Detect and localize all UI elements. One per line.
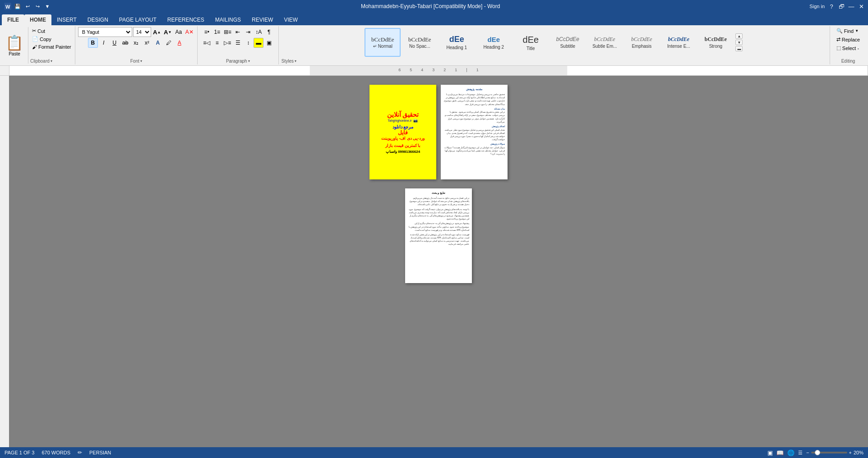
zoom-slider[interactable] [811, 452, 847, 453]
ad-price: با کمترین قیمت بازار [385, 143, 421, 148]
strikethrough-button[interactable]: ab [120, 38, 130, 48]
language[interactable]: PERSIAN [89, 450, 111, 455]
font-color-button[interactable]: A [175, 38, 185, 48]
view-outline[interactable]: ☰ [798, 450, 803, 456]
align-center-button[interactable]: ≡ [212, 38, 222, 48]
restore-button[interactable]: 🗗 [838, 3, 845, 9]
style-no-spacing-label: No Spac... [409, 44, 430, 49]
style-intense-em-preview: bCcDdEe [668, 36, 689, 42]
styles-scroll-up[interactable]: ▲ [735, 33, 743, 39]
text-effects-button[interactable]: A [153, 38, 163, 48]
paste-label: Paste [9, 51, 20, 56]
close-button[interactable]: ✕ [858, 3, 864, 9]
view-full-reading[interactable]: 📖 [776, 449, 784, 456]
zoom-level[interactable]: 20% [854, 450, 863, 455]
decrease-indent-button[interactable]: ⇤ [233, 27, 243, 37]
styles-expand-icon[interactable]: ▾ [295, 59, 296, 63]
increase-indent-button[interactable]: ⇥ [243, 27, 253, 37]
copy-button[interactable]: 📄 Copy [30, 35, 73, 43]
zoom-out-button[interactable]: − [806, 450, 809, 455]
superscript-button[interactable]: x² [142, 38, 152, 48]
border-button[interactable]: ▣ [264, 38, 274, 48]
tab-mailings[interactable]: MAILINGS [210, 14, 246, 25]
style-emphasis[interactable]: bCcDdEe Emphasis [623, 28, 660, 57]
clipboard-group-label: Clipboard [30, 59, 50, 64]
styles-more[interactable]: ▬ [735, 46, 743, 51]
tab-review[interactable]: REVIEW [246, 14, 278, 25]
tab-page-layout[interactable]: PAGE LAYOUT [114, 14, 162, 25]
line-spacing-button[interactable]: ↕ [243, 38, 253, 48]
font-name-select[interactable]: B Yagut [78, 27, 132, 37]
multilevel-button[interactable]: ⊞≡ [222, 27, 232, 37]
tab-references[interactable]: REFERENCES [162, 14, 210, 25]
cut-button[interactable]: ✂ Cut [30, 27, 73, 35]
clear-format-button[interactable]: A✕ [185, 27, 194, 37]
format-painter-icon: 🖌 [32, 44, 37, 50]
minimize-button[interactable]: — [848, 3, 854, 9]
numbering-button[interactable]: 1≡ [212, 27, 222, 37]
style-subtle-em[interactable]: bCcDdEe Subtle Em... [586, 28, 623, 57]
align-left-button[interactable]: ≡◁ [202, 38, 212, 48]
style-strong[interactable]: bCcDdEe Strong [697, 28, 734, 57]
view-web-layout[interactable]: 🌐 [787, 449, 794, 456]
tab-insert[interactable]: INSERT [51, 14, 82, 25]
styles-scroll-down[interactable]: ▼ [735, 40, 743, 45]
word-count[interactable]: 670 WORDS [42, 450, 70, 455]
replace-button[interactable]: ⇄ Replace [835, 36, 862, 43]
shrink-font-button[interactable]: A▼ [163, 27, 173, 37]
underline-button[interactable]: U [110, 38, 120, 48]
justify-button[interactable]: ☰ [233, 38, 243, 48]
format-painter-button[interactable]: 🖌 Format Painter [30, 43, 73, 50]
help-button[interactable]: ? [828, 3, 835, 9]
italic-button[interactable]: I [99, 38, 109, 48]
tab-home[interactable]: HOME [24, 14, 51, 25]
view-print-layout[interactable]: ▣ [767, 449, 773, 456]
ruler-horizontal: 654321 | 1 [9, 66, 868, 75]
select-button[interactable]: ⬚ Select - [835, 44, 861, 52]
font-size-select[interactable]: 14 [133, 27, 151, 37]
style-strong-label: Strong [709, 44, 722, 49]
page-info[interactable]: PAGE 1 OF 3 [5, 450, 34, 455]
style-title-label: Title [526, 46, 535, 51]
style-title[interactable]: dЕе Title [512, 28, 549, 57]
redo-button[interactable]: ↪ [33, 2, 42, 10]
document-canvas[interactable]: تحقیق آنلاین Tahghighonline.ir 📷 مرجع دا… [9, 76, 868, 447]
tab-design[interactable]: DESIGN [82, 14, 114, 25]
svg-rect-4 [0, 76, 9, 447]
style-heading1-label: Heading 1 [447, 45, 467, 50]
font-expand-icon[interactable]: ▾ [140, 59, 142, 63]
styles-scroll-buttons: ▲ ▼ ▬ [734, 33, 743, 51]
clipboard-expand-icon[interactable]: ▾ [51, 59, 52, 63]
style-intense-em[interactable]: bCcDdEe Intense E... [660, 28, 697, 57]
show-marks-button[interactable]: ¶ [264, 27, 274, 37]
paragraph-expand-icon[interactable]: ▾ [248, 59, 250, 63]
align-right-button[interactable]: ▷≡ [222, 38, 232, 48]
change-case-button[interactable]: Aa [174, 27, 184, 37]
style-normal[interactable]: bCcDdEe ↵ Normal [365, 28, 401, 57]
style-heading1[interactable]: dEe Heading 1 [439, 28, 475, 57]
style-heading1-preview: dEe [449, 35, 464, 45]
text-highlight-button[interactable]: 🖊 [164, 38, 174, 48]
find-icon: 🔍 [836, 28, 843, 34]
tab-file[interactable]: FILE [2, 14, 24, 25]
undo-button[interactable]: ↩ [23, 2, 32, 10]
find-button[interactable]: 🔍 Find ▼ [835, 27, 860, 35]
style-normal-label: ↵ Normal [373, 44, 392, 49]
bold-button[interactable]: B [88, 38, 98, 48]
find-dropdown-icon: ▼ [855, 29, 859, 33]
bullets-button[interactable]: ≡• [202, 27, 212, 37]
customize-quickaccess-button[interactable]: ▼ [43, 2, 51, 10]
tab-view[interactable]: VIEW [278, 14, 303, 25]
shading-button[interactable]: ▬ [254, 38, 263, 48]
style-no-spacing[interactable]: bCcDdEe No Spac... [402, 28, 438, 57]
edit-mode-icon[interactable]: ✏ [78, 449, 82, 456]
subscript-button[interactable]: x₂ [131, 38, 141, 48]
style-heading2[interactable]: dEe Heading 2 [476, 28, 512, 57]
zoom-in-button[interactable]: + [849, 450, 852, 455]
save-quickaccess-button[interactable]: 💾 [14, 2, 22, 10]
paste-button[interactable]: 📋 Paste [4, 33, 25, 57]
sort-button[interactable]: ↕A [254, 27, 263, 37]
sign-in-link[interactable]: Sign in [809, 4, 825, 9]
style-subtitle[interactable]: bCcDdEe Subtitle [549, 28, 586, 57]
grow-font-button[interactable]: A▲ [152, 27, 162, 37]
